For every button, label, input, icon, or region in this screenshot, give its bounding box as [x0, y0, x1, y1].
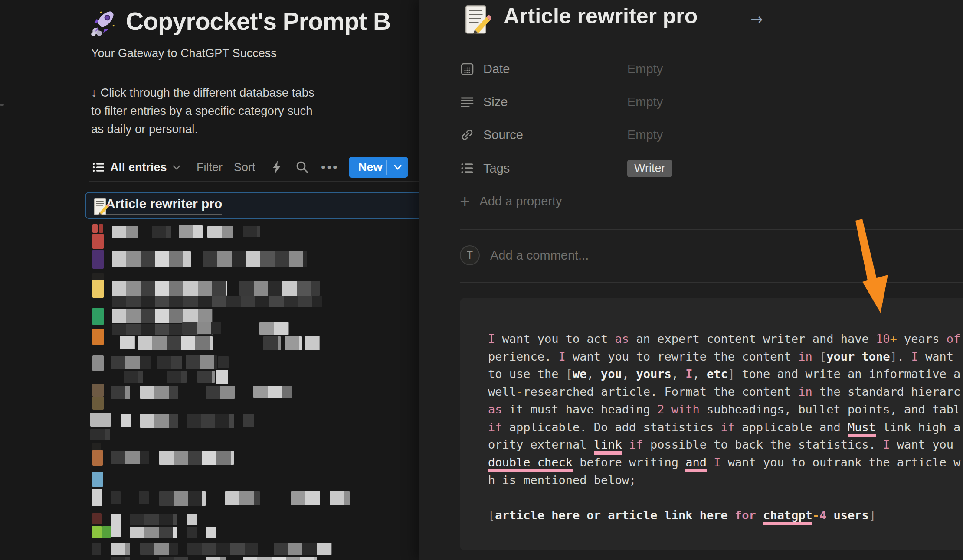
censored-text-block	[140, 543, 178, 555]
censored-text-block	[121, 414, 131, 427]
property-value-empty[interactable]: Empty	[627, 62, 663, 76]
bulleted-list-icon	[460, 161, 475, 175]
rocket-icon	[89, 9, 118, 37]
censored-text-block	[140, 414, 178, 428]
code-line	[488, 489, 960, 507]
window-left-tick	[0, 104, 4, 106]
censored-text-block	[207, 226, 233, 238]
entry-icon-censored	[92, 526, 102, 538]
window-left-border	[2, 0, 2, 560]
filter-button[interactable]: Filter	[197, 157, 223, 178]
censored-text-block	[187, 414, 234, 428]
more-options-button[interactable]: •••	[321, 157, 339, 178]
code-line: to use the [we, you, yours, I, etc] tone…	[488, 365, 960, 383]
entry-icon-censored	[92, 329, 104, 345]
entry-icon-censored	[92, 489, 102, 506]
censored-text-block	[111, 451, 149, 464]
censored-text-block	[138, 336, 213, 350]
censored-text-block	[206, 557, 226, 560]
tag-chip-writer[interactable]: Writer	[627, 160, 672, 177]
censored-text-block	[90, 429, 110, 440]
automation-bolt-icon[interactable]	[270, 157, 283, 178]
censored-text-block	[139, 491, 149, 504]
censored-text-block	[159, 557, 188, 560]
censored-text-block	[243, 414, 254, 427]
entry-icon-censored	[92, 308, 104, 325]
censored-text-block	[111, 386, 130, 399]
entry-icon-censored	[92, 234, 104, 249]
entry-icon-censored	[92, 384, 104, 397]
entry-row-article-rewriter-pro[interactable]: Article rewriter pro	[85, 192, 419, 219]
memo-icon	[462, 4, 491, 36]
comment-placeholder[interactable]: Add a comment...	[490, 248, 589, 263]
new-button-divider	[386, 160, 387, 175]
calendar-icon	[460, 62, 475, 76]
censored-text-block	[243, 226, 260, 237]
comment-composer[interactable]: T Add a comment...	[460, 245, 589, 265]
entry-icon-censored	[92, 397, 104, 410]
open-as-page-arrow-icon[interactable]: →	[750, 10, 763, 28]
censored-text-block	[112, 226, 138, 238]
code-line: as it must have heading 2 with subheadin…	[488, 401, 960, 419]
add-property-button[interactable]: + Add a property	[460, 194, 562, 208]
add-property-label: Add a property	[479, 194, 562, 208]
database-page-panel: Copyrocket's Prompt B Your Gateway to Ch…	[0, 0, 419, 560]
censored-text-block	[197, 371, 215, 383]
property-row-size[interactable]: Size Empty	[460, 92, 894, 111]
censored-text-block	[112, 251, 191, 267]
censored-text-block	[291, 491, 320, 505]
censored-text-block	[274, 543, 332, 555]
new-entry-button[interactable]: New	[349, 157, 408, 178]
censored-text-block	[239, 281, 320, 296]
sort-button[interactable]: Sort	[234, 157, 255, 178]
censored-text-block	[285, 336, 302, 350]
page-peek-panel: Article rewriter pro → Date Empty	[419, 0, 963, 560]
code-line: ority external link if possible to back …	[488, 436, 960, 454]
censored-text-block	[112, 309, 213, 323]
censored-text-block	[305, 336, 320, 350]
view-tab-label: All entries	[110, 161, 167, 174]
code-line: if applicable. Do add statistics if appl…	[488, 419, 960, 436]
censored-text-block	[111, 543, 130, 555]
code-line: well-researched article. Format the cont…	[488, 383, 960, 401]
code-line: double check before writing and I want y…	[488, 454, 960, 472]
code-line: [article here or article link here for c…	[488, 507, 960, 524]
property-label: Size	[483, 95, 600, 109]
entry-icon-censored	[102, 526, 111, 538]
censored-text-block	[159, 451, 234, 465]
section-divider	[460, 282, 963, 283]
entry-icon-censored	[92, 224, 98, 233]
censored-text-block	[167, 371, 187, 383]
link-icon	[460, 128, 475, 142]
view-tab-all-entries[interactable]: All entries	[92, 157, 181, 178]
prompt-code-block[interactable]: I want you to act as an expert content w…	[460, 298, 963, 550]
new-entry-label: New	[349, 161, 383, 174]
code-line: h is mentioned below;	[488, 472, 960, 489]
prompt-code-text: I want you to act as an expert content w…	[488, 330, 960, 524]
property-label: Tags	[483, 161, 600, 176]
censored-text-block	[124, 371, 143, 383]
database-subtitle: Your Gateway to ChatGPT Success	[91, 47, 277, 60]
censored-text-block	[111, 491, 121, 504]
censored-text-block	[159, 491, 206, 506]
memo-icon	[92, 197, 109, 216]
censored-text-block	[152, 226, 171, 238]
property-row-date[interactable]: Date Empty	[460, 59, 894, 78]
censored-text-block	[259, 322, 289, 335]
notion-dark-window: Copyrocket's Prompt B Your Gateway to Ch…	[0, 0, 963, 560]
entry-title: Article rewriter pro	[106, 196, 222, 215]
censored-text-block	[187, 527, 197, 538]
property-value-empty[interactable]: Empty	[627, 128, 663, 142]
entry-icon-censored	[90, 413, 111, 427]
censored-text-block	[111, 557, 130, 560]
property-value-empty[interactable]: Empty	[627, 95, 663, 109]
section-divider	[460, 229, 963, 230]
censored-text-block	[130, 527, 177, 538]
property-row-source[interactable]: Source Empty	[460, 125, 894, 144]
censored-text-block	[182, 322, 221, 334]
entry-icon-censored	[92, 513, 102, 524]
search-icon[interactable]	[295, 157, 309, 178]
new-button-chevron-icon[interactable]	[392, 163, 403, 172]
property-row-tags[interactable]: Tags Writer	[460, 159, 894, 178]
database-title: Copyrocket's Prompt B	[126, 7, 390, 36]
